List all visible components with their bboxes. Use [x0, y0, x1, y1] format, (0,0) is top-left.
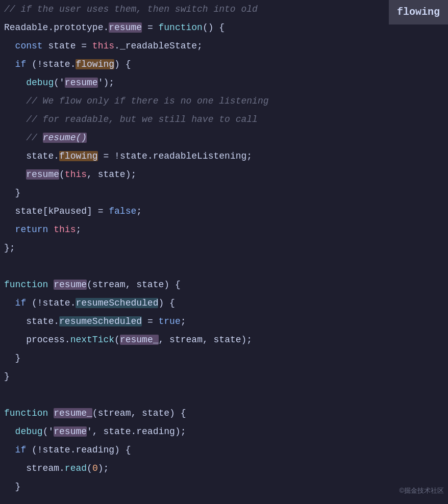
code-line-18: state.resumeScheduled = true;	[4, 312, 448, 331]
code-line-4: if (!state.flowing) {	[4, 55, 448, 73]
tooltip-flowing: flowing	[389, 0, 448, 24]
code-line-25: if (!state.reading) {	[4, 441, 448, 459]
code-line-6: // We flow only if there is no one liste…	[4, 92, 448, 110]
code-line-8: // resume()	[4, 129, 448, 147]
code-line-15	[4, 257, 448, 275]
code-line-9: state.flowing = !state.readableListening…	[4, 147, 448, 165]
code-line-26: stream.read(0);	[4, 459, 448, 477]
code-line-20: }	[4, 349, 448, 367]
code-line-27: }	[4, 477, 448, 496]
code-line-23: function resume_(stream, state) {	[4, 404, 448, 422]
code-line-11: }	[4, 184, 448, 202]
code-line-17: if (!state.resumeScheduled) {	[4, 294, 448, 312]
code-line-10: resume(this, state);	[4, 165, 448, 184]
code-line-3: const state = this._readableState;	[4, 37, 448, 55]
code-line-5: debug('resume');	[4, 73, 448, 92]
code-line-2: Readable.prototype.resume = function() {	[4, 18, 448, 37]
code-editor: flowing // if the user uses them, then s…	[0, 0, 448, 496]
code-line-1: // if the user uses them, then switch in…	[4, 0, 448, 18]
code-line-19: process.nextTick(resume_, stream, state)…	[4, 331, 448, 349]
code-line-16: function resume(stream, state) {	[4, 275, 448, 294]
code-line-7: // for readable, but we still have to ca…	[4, 110, 448, 129]
code-line-13: return this;	[4, 220, 448, 239]
code-line-22	[4, 386, 448, 404]
code-line-14: };	[4, 239, 448, 257]
watermark: ©掘金技术社区	[399, 482, 444, 500]
code-line-24: debug('resume', state.reading);	[4, 422, 448, 441]
code-line-12: state[kPaused] = false;	[4, 202, 448, 220]
code-line-21: }	[4, 367, 448, 386]
